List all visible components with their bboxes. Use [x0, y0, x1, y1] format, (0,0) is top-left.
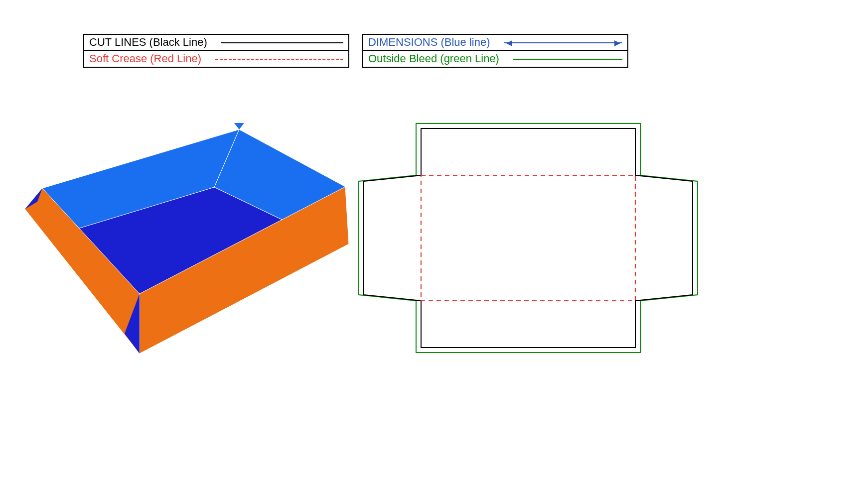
dieline-cut-outline: [364, 128, 693, 348]
dieline-bleed-outline: [359, 123, 698, 353]
dieline-crease-rect: [421, 175, 635, 301]
dieline: [0, 0, 708, 378]
